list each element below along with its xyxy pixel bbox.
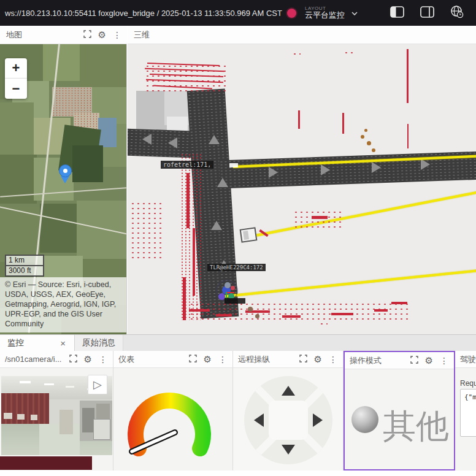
camera-panel: /sn01camera/i... ⚙ ⋮ ▷ xyxy=(0,351,113,470)
layout-selector[interactable]: LAYOUT 云平台监控 xyxy=(305,6,345,20)
zoom-out-button[interactable]: − xyxy=(5,79,27,99)
teleop-panel-title: 远程操纵 xyxy=(238,354,270,365)
settings-gear-icon[interactable]: ⚙ xyxy=(98,30,106,39)
lane-arrow-icon xyxy=(142,134,152,145)
panel-menu-icon[interactable]: ⋮ xyxy=(329,355,337,364)
left-sidebar-toggle-icon[interactable] xyxy=(390,6,404,20)
map-town xyxy=(52,87,92,117)
map-attribution: © Esri — Source: Esri, i-cubed, USDA, US… xyxy=(0,277,127,332)
lane-arrow-icon xyxy=(217,178,228,187)
fullscreen-icon[interactable] xyxy=(299,354,307,365)
obstacle-dot xyxy=(361,135,364,139)
obstacle-dot xyxy=(364,129,367,132)
fullscreen-icon[interactable] xyxy=(410,355,418,366)
tab-monitor[interactable]: 监控 × xyxy=(0,335,75,351)
lane-arrow-icon xyxy=(321,164,330,175)
settings-gear-icon[interactable]: ⚙ xyxy=(425,356,433,365)
settings-gear-icon[interactable]: ⚙ xyxy=(84,355,92,364)
dpad-right-button[interactable] xyxy=(313,413,323,427)
mode-indicator-sphere xyxy=(351,406,378,433)
gauge-panel: 仪表 ⚙ ⋮ xyxy=(113,351,233,470)
dpad-up-button[interactable] xyxy=(282,386,295,396)
panel-menu-icon[interactable]: ⋮ xyxy=(218,355,227,364)
lane-arrow-icon xyxy=(211,221,222,230)
settings-gear-icon[interactable]: ⚙ xyxy=(204,355,212,364)
obstacle-dot xyxy=(372,148,375,152)
driving-mode-panel: 驾驶模式 Request {"m xyxy=(455,351,476,470)
map-field xyxy=(0,102,34,155)
dpad-left-button[interactable] xyxy=(254,413,264,427)
map-scale-ft: 3000 ft xyxy=(5,266,44,277)
lane-arrow-icon xyxy=(269,167,278,178)
lidar-cluster xyxy=(319,321,328,326)
speed-gauge xyxy=(113,368,233,470)
bottom-tab-bar: 监控 × 原始消息 xyxy=(0,334,476,351)
mode-panel-title: 操作模式 xyxy=(350,355,382,366)
map-zoom-control: + − xyxy=(5,58,27,99)
chevron-down-icon[interactable] xyxy=(351,7,358,18)
map-field xyxy=(80,44,127,93)
obstacle-dot xyxy=(248,307,253,312)
lidar-cluster xyxy=(292,52,301,55)
right-sidebar-toggle-icon[interactable] xyxy=(420,6,434,20)
top-bar: ws://180.213.10.10:55411 foxglove_bridge… xyxy=(0,0,476,26)
object-id-label: TLR@eHE229C4:172 xyxy=(207,264,266,271)
3d-scene-viewport[interactable]: rofetrel:171, TLR@eHE229C4:172 xyxy=(128,44,476,334)
request-label: Request xyxy=(460,379,476,388)
tab-monitor-label: 监控 xyxy=(7,337,24,348)
camera-bottom-bar xyxy=(0,456,92,470)
satellite-map[interactable]: + − 1 km 3000 ft © Esri — Source: Esri, … xyxy=(0,44,127,334)
lane-arrow-icon xyxy=(168,137,177,148)
globe-time-icon[interactable] xyxy=(450,5,464,21)
mode-value: 其他 xyxy=(383,404,449,449)
lidar-streak xyxy=(298,110,300,129)
panel-menu-icon[interactable]: ⋮ xyxy=(440,356,448,365)
lidar-streak xyxy=(391,302,407,304)
panel-menu-icon[interactable]: ⋮ xyxy=(113,31,121,39)
camera-panel-header: /sn01camera/i... ⚙ ⋮ xyxy=(0,351,113,368)
tab-raw-messages-label: 原始消息 xyxy=(82,337,115,348)
fullscreen-icon[interactable] xyxy=(189,354,197,365)
layout-name: 云平台监控 xyxy=(305,11,345,20)
fullscreen-icon[interactable] xyxy=(83,29,91,40)
lidar-cluster xyxy=(344,50,355,55)
map-forest xyxy=(72,145,103,182)
mini-label xyxy=(225,298,245,304)
lidar-cluster xyxy=(145,64,228,92)
trajectory-line xyxy=(249,191,476,238)
scene-panel-header: 三维 xyxy=(128,26,476,44)
lidar-streak xyxy=(407,49,409,103)
object-id-label: rofetrel:171, xyxy=(161,161,213,169)
lane-arrow-icon xyxy=(421,159,430,170)
detected-vehicle xyxy=(240,227,258,242)
fullscreen-icon[interactable] xyxy=(69,354,77,365)
camera-panel-title: /sn01camera/i... xyxy=(5,355,62,364)
lidar-streak xyxy=(312,216,328,219)
panel-menu-icon[interactable]: ⋮ xyxy=(99,355,107,364)
teleop-panel: 远程操纵 ⚙ ⋮ xyxy=(233,351,344,470)
tab-raw-messages[interactable]: 原始消息 xyxy=(75,335,123,351)
connection-status-text: ws://180.213.10.10:55411 foxglove_bridge… xyxy=(5,9,282,18)
obstacle-dot xyxy=(255,314,259,318)
teleop-dpad xyxy=(244,376,332,464)
connection-problem-indicator-icon[interactable] xyxy=(287,9,296,18)
app-window: ws://180.213.10.10:55411 foxglove_bridge… xyxy=(0,0,476,476)
trajectory-line xyxy=(220,269,476,298)
map-panel-title: 地图 xyxy=(6,29,22,40)
lidar-cluster xyxy=(130,201,162,260)
lane-arrow-icon xyxy=(209,135,220,144)
map-field xyxy=(77,201,127,259)
settings-gear-icon[interactable]: ⚙ xyxy=(314,355,322,364)
operation-mode-panel: 操作模式 ⚙ ⋮ 其他 xyxy=(344,351,455,470)
play-button[interactable]: ▷ xyxy=(88,375,107,394)
dpad-down-button[interactable] xyxy=(282,445,295,455)
lidar-streak xyxy=(183,277,186,320)
drive-panel-title: 驾驶模式 xyxy=(460,354,476,365)
request-json-input[interactable]: {"m xyxy=(460,389,476,437)
map-water xyxy=(98,118,117,147)
tab-close-icon[interactable]: × xyxy=(59,338,67,348)
lidar-streak xyxy=(407,124,409,148)
map-scale-km: 1 km xyxy=(5,255,44,266)
lidar-streak xyxy=(186,173,190,228)
zoom-in-button[interactable]: + xyxy=(5,58,27,79)
